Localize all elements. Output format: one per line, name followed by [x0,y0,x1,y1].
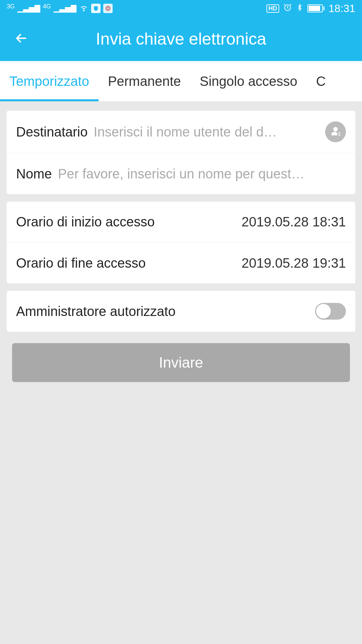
row-start-time[interactable]: Orario di inizio accesso 2019.05.28 18:3… [7,202,355,243]
svg-point-2 [107,7,109,10]
signal-icon-2: ▁▃▅▇ [54,4,76,13]
tab-label: Permanente [108,74,181,89]
tab-label: Singolo accesso [200,74,297,89]
tab-singolo-accesso[interactable]: Singolo accesso [190,61,307,101]
tab-label: Temporizzato [9,74,89,89]
contact-picker-button[interactable] [325,121,346,142]
network-4g-icon: 4G [43,3,51,10]
hd-icon: HD [266,4,279,13]
toggle-knob [316,304,331,319]
tabs-bar: Temporizzato Permanente Singolo accesso … [0,61,362,101]
start-time-label: Orario di inizio accesso [16,214,155,229]
svg-point-0 [83,10,84,11]
svg-point-1 [106,6,110,10]
wifi-icon [79,3,88,14]
send-button-label: Inviare [159,354,203,371]
start-time-value: 2019.05.28 18:31 [242,214,346,229]
app-header: Invia chiave elettronica [0,17,362,61]
row-recipient: Destinatario [7,111,355,153]
alarm-icon [283,3,292,14]
name-input[interactable] [58,166,346,181]
network-3g-icon: 3G [7,3,15,10]
tab-label: C [316,74,326,89]
page-title: Invia chiave elettronica [34,29,328,49]
tab-temporizzato[interactable]: Temporizzato [0,61,99,101]
row-end-time[interactable]: Orario di fine accesso 2019.05.28 19:31 [7,243,355,283]
signal-icon-1: ▁▃▅▇ [17,4,40,13]
admin-label: Amministratore autorizzato [16,304,176,319]
shield-icon [91,4,101,13]
end-time-label: Orario di fine accesso [16,256,146,271]
card-schedule: Orario di inizio accesso 2019.05.28 18:3… [7,202,355,283]
contact-icon [330,125,341,138]
tab-permanente[interactable]: Permanente [99,61,190,101]
status-right: HD 18:31 [266,2,355,15]
row-name: Nome [7,153,355,194]
status-bar: 3G ▁▃▅▇ 4G ▁▃▅▇ HD 18:31 [0,0,362,17]
battery-icon [307,4,324,12]
status-left: 3G ▁▃▅▇ 4G ▁▃▅▇ [7,3,113,14]
send-button[interactable]: Inviare [12,343,350,382]
tab-overflow[interactable]: C [307,61,335,101]
name-label: Nome [16,166,52,181]
recipient-label: Destinatario [16,124,87,140]
spiral-icon [103,4,113,13]
status-time: 18:31 [328,2,355,15]
recipient-input[interactable] [94,124,322,140]
back-button[interactable] [13,30,34,48]
card-admin: Amministratore autorizzato [7,291,355,332]
row-admin-authorized: Amministratore autorizzato [7,291,355,332]
content-area: Destinatario Nome Orario di inizio acces… [0,101,362,382]
card-identity: Destinatario Nome [7,111,355,194]
end-time-value: 2019.05.28 19:31 [242,256,346,271]
admin-toggle[interactable] [315,303,346,320]
bluetooth-icon [296,3,303,14]
